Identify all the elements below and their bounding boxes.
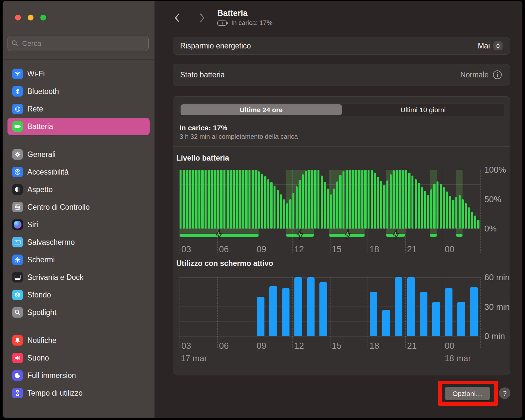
- gridline-v: [405, 277, 406, 348]
- row-value: Normale: [460, 71, 489, 79]
- sidebar-item-sfondo[interactable]: Sfondo: [7, 286, 150, 304]
- charging-indicator-line: [456, 234, 463, 237]
- battery-bar: [277, 190, 279, 229]
- sidebar-item-label: Bluetooth: [27, 87, 59, 96]
- battery-bar: [299, 180, 301, 229]
- page-subtitle: In carica: 17%: [217, 19, 273, 27]
- help-button-label: ?: [503, 389, 507, 397]
- sidebar-item-label: Spotlight: [27, 308, 57, 317]
- moon-icon: [12, 370, 23, 381]
- battery-bar: [349, 170, 351, 229]
- y-axis-label: 0%: [484, 224, 497, 233]
- battery-bar: [355, 170, 357, 229]
- battery-bar: [314, 170, 316, 229]
- sidebar-item-label: Batteria: [27, 122, 53, 131]
- x-axis-label: 15: [332, 341, 342, 351]
- x-axis-label: 03: [182, 244, 191, 255]
- x-axis-label: 15: [332, 244, 342, 255]
- battery-bar: [346, 170, 348, 229]
- date-label: 18 mar: [445, 353, 471, 363]
- help-button[interactable]: ?: [499, 387, 510, 399]
- sidebar-item-scrivania-e-dock[interactable]: Scrivania e Dock: [7, 269, 150, 286]
- usage-bar: [457, 302, 465, 336]
- battery-bar: [333, 189, 335, 229]
- sidebar-item-salvaschermo[interactable]: Salvaschermo: [7, 233, 150, 251]
- sidebar-item-notifiche[interactable]: Notifiche: [7, 332, 150, 349]
- sidebar-item-full-immersion[interactable]: Full immersion: [7, 367, 150, 384]
- accessibility-icon: [12, 167, 23, 177]
- x-axis-label: 12: [294, 244, 304, 255]
- gridline-v: [368, 277, 368, 348]
- battery-bar: [321, 176, 323, 229]
- battery-bar: [361, 170, 363, 229]
- battery-bar: [411, 176, 413, 229]
- sidebar-item-centro-di-controllo[interactable]: Centro di Controllo: [7, 198, 150, 216]
- usage-bar: [282, 288, 290, 336]
- usage-bar: [319, 282, 327, 336]
- battery-bar: [427, 195, 429, 229]
- battery-bar: [440, 184, 442, 229]
- forward-button[interactable]: [198, 13, 206, 23]
- sidebar-item-label: Suono: [27, 354, 49, 362]
- sidebar-item-label: Accessibilità: [27, 168, 69, 177]
- sidebar-item-label: Centro di Controllo: [27, 203, 90, 212]
- globe-icon: [12, 104, 23, 114]
- options-button[interactable]: Opzioni…: [445, 387, 490, 400]
- battery-bar: [368, 170, 370, 229]
- charging-bolt-icon: [215, 229, 222, 240]
- sidebar-item-label: Notifiche: [27, 336, 56, 345]
- usage-bar: [432, 302, 440, 336]
- sidebar-item-batteria[interactable]: Batteria: [7, 118, 150, 135]
- sidebar-item-tempo-di-utilizzo[interactable]: Tempo di utilizzo: [7, 384, 150, 402]
- sidebar-item-bluetooth[interactable]: Bluetooth: [7, 83, 150, 100]
- battery-chart-plot: 0306091215182100100%50%0%: [180, 170, 480, 229]
- sidebar-item-spotlight[interactable]: Spotlight: [7, 304, 150, 321]
- battery-bar: [452, 200, 454, 229]
- tab-ultimi-10-giorni[interactable]: Ultimi 10 giorni: [342, 104, 505, 116]
- x-axis-label: 09: [257, 244, 266, 255]
- gridline-v: [330, 277, 330, 348]
- battery-bar: [233, 170, 235, 229]
- popup-stepper-button[interactable]: [493, 41, 503, 50]
- battery-bar: [336, 181, 338, 229]
- battery-bar: [274, 186, 276, 229]
- sidebar-item-aspetto[interactable]: Aspetto: [7, 181, 150, 198]
- battery-bar: [330, 194, 332, 229]
- panel-divider: [173, 146, 510, 147]
- battery-bar: [227, 170, 229, 229]
- battery-bar: [245, 170, 247, 229]
- sidebar-item-wi-fi[interactable]: Wi-Fi: [7, 65, 150, 83]
- info-icon[interactable]: [492, 70, 503, 80]
- search-input[interactable]: [7, 36, 149, 51]
- battery-bar: [471, 212, 473, 229]
- tab-ultime-24-ore[interactable]: Ultime 24 ore: [181, 104, 342, 115]
- sidebar-item-suono[interactable]: Suono: [7, 349, 150, 367]
- back-button[interactable]: [173, 13, 182, 23]
- close-button[interactable]: [15, 15, 21, 20]
- sidebar-divider: [3, 59, 155, 59]
- sidebar-item-siri[interactable]: Siri: [7, 216, 150, 233]
- x-axis-label: 18: [370, 341, 379, 351]
- usage-bar: [407, 277, 415, 336]
- usage-bar: [445, 288, 453, 336]
- sidebar-item-generali[interactable]: Generali: [7, 146, 150, 163]
- charging-bolt-icon: [344, 229, 351, 240]
- sidebar-item-label: Wi-Fi: [27, 70, 45, 78]
- main-panel: Batteria In carica: 17% Risparmio energe…: [155, 1, 522, 418]
- minimize-button[interactable]: [28, 15, 34, 20]
- battery-bar: [443, 187, 445, 229]
- zoom-button[interactable]: [40, 15, 46, 20]
- x-axis-label: 21: [407, 341, 417, 351]
- sidebar-item-schermi[interactable]: Schermi: [7, 251, 150, 269]
- sidebar: Wi-FiBluetoothReteBatteriaGeneraliAccess…: [3, 1, 155, 418]
- battery-bar: [352, 170, 354, 229]
- sidebar-item-accessibilita[interactable]: Accessibilità: [7, 163, 150, 181]
- battery-bar: [477, 220, 479, 229]
- charging-bolt-icon: [297, 229, 304, 240]
- battery-bar: [437, 181, 438, 229]
- battery-bar: [380, 181, 382, 229]
- battery-bar: [374, 173, 376, 229]
- battery-bar: [424, 191, 426, 229]
- sidebar-item-rete[interactable]: Rete: [7, 100, 150, 118]
- y-axis-label: 60 min: [484, 272, 510, 282]
